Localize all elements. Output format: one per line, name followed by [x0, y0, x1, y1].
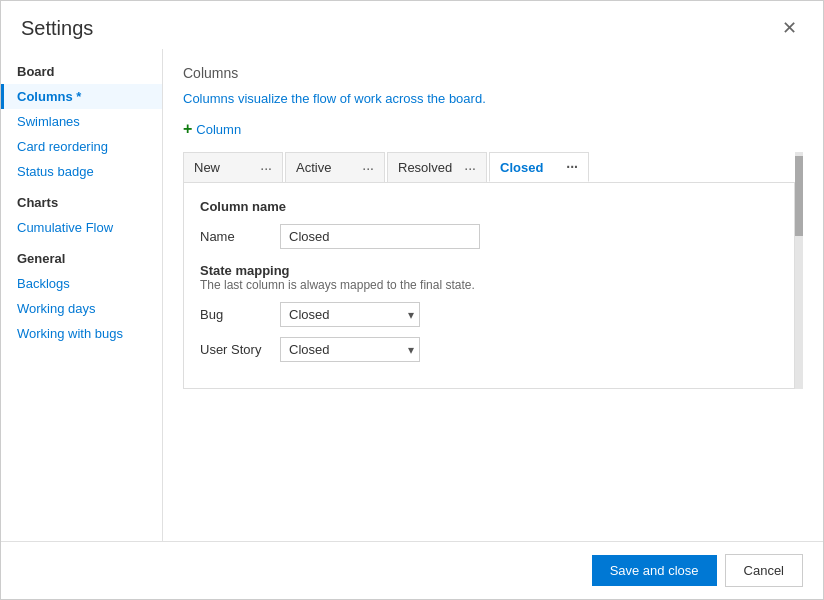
bug-select-wrapper: Closed Active Resolved New ▾ — [280, 302, 420, 327]
user-story-select-wrapper: Closed Active Resolved New ▾ — [280, 337, 420, 362]
cancel-button[interactable]: Cancel — [725, 554, 803, 587]
columns-tabs-container: New ··· Active ··· Resolved ··· — [183, 152, 803, 389]
columns-tabs: New ··· Active ··· Resolved ··· — [183, 152, 795, 183]
sidebar-item-working-days[interactable]: Working days — [1, 296, 162, 321]
sidebar-item-status-badge[interactable]: Status badge — [1, 159, 162, 184]
sidebar: Board Columns * Swimlanes Card reorderin… — [1, 49, 163, 541]
sidebar-item-working-with-bugs[interactable]: Working with bugs — [1, 321, 162, 346]
dialog-header: Settings ✕ — [1, 1, 823, 49]
tab-active-dots[interactable]: ··· — [362, 160, 374, 176]
sidebar-group-charts: Charts Cumulative Flow — [1, 190, 162, 240]
main-content: Columns Columns visualize the flow of wo… — [163, 49, 823, 541]
bug-label: Bug — [200, 307, 280, 322]
sidebar-group-label-general: General — [1, 246, 162, 271]
column-name-section-title: Column name — [200, 199, 778, 214]
scrollbar-track[interactable] — [795, 152, 803, 389]
tab-closed-dots[interactable]: ··· — [566, 159, 578, 175]
sidebar-item-cumulative-flow[interactable]: Cumulative Flow — [1, 215, 162, 240]
sidebar-item-swimlanes[interactable]: Swimlanes — [1, 109, 162, 134]
dialog-footer: Save and close Cancel — [1, 541, 823, 599]
name-label: Name — [200, 229, 280, 244]
tab-resolved[interactable]: Resolved ··· — [387, 152, 487, 182]
dialog-body: Board Columns * Swimlanes Card reorderin… — [1, 49, 823, 541]
state-mapping-title: State mapping — [200, 263, 778, 278]
content-area: Columns Columns visualize the flow of wo… — [163, 49, 823, 541]
tab-resolved-dots[interactable]: ··· — [464, 160, 476, 176]
dialog-title: Settings — [21, 17, 93, 40]
user-story-label: User Story — [200, 342, 280, 357]
tab-closed-label: Closed — [500, 160, 543, 175]
add-column-button[interactable]: + Column — [183, 120, 241, 138]
column-settings-panel: Column name Name State mapping The last … — [183, 183, 795, 389]
tab-new[interactable]: New ··· — [183, 152, 283, 182]
state-mapping-section: State mapping The last column is always … — [200, 263, 778, 362]
user-story-mapping-row: User Story Closed Active Resolved New — [200, 337, 778, 362]
tab-new-label: New — [194, 160, 220, 175]
columns-tabs-scroll: New ··· Active ··· Resolved ··· — [183, 152, 795, 389]
bug-select[interactable]: Closed Active Resolved New — [280, 302, 420, 327]
tab-active[interactable]: Active ··· — [285, 152, 385, 182]
sidebar-group-general: General Backlogs Working days Working wi… — [1, 246, 162, 346]
tab-closed[interactable]: Closed ··· — [489, 152, 589, 182]
tab-new-dots[interactable]: ··· — [260, 160, 272, 176]
name-input[interactable] — [280, 224, 480, 249]
add-column-label: Column — [196, 122, 241, 137]
section-title: Columns — [183, 65, 803, 81]
sidebar-group-label-board: Board — [1, 59, 162, 84]
bug-mapping-row: Bug Closed Active Resolved New — [200, 302, 778, 327]
tab-active-label: Active — [296, 160, 331, 175]
user-story-select[interactable]: Closed Active Resolved New — [280, 337, 420, 362]
sidebar-item-card-reordering[interactable]: Card reordering — [1, 134, 162, 159]
settings-dialog: Settings ✕ Board Columns * Swimlanes Car… — [0, 0, 824, 600]
sidebar-item-columns[interactable]: Columns * — [1, 84, 162, 109]
scrollbar-thumb[interactable] — [795, 156, 803, 236]
add-icon: + — [183, 120, 192, 138]
close-button[interactable]: ✕ — [776, 15, 803, 41]
sidebar-item-backlogs[interactable]: Backlogs — [1, 271, 162, 296]
state-mapping-desc: The last column is always mapped to the … — [200, 278, 778, 292]
sidebar-group-board: Board Columns * Swimlanes Card reorderin… — [1, 59, 162, 184]
description: Columns visualize the flow of work acros… — [183, 91, 803, 106]
tab-resolved-label: Resolved — [398, 160, 452, 175]
sidebar-group-label-charts: Charts — [1, 190, 162, 215]
save-close-button[interactable]: Save and close — [592, 555, 717, 586]
name-field-row: Name — [200, 224, 778, 249]
